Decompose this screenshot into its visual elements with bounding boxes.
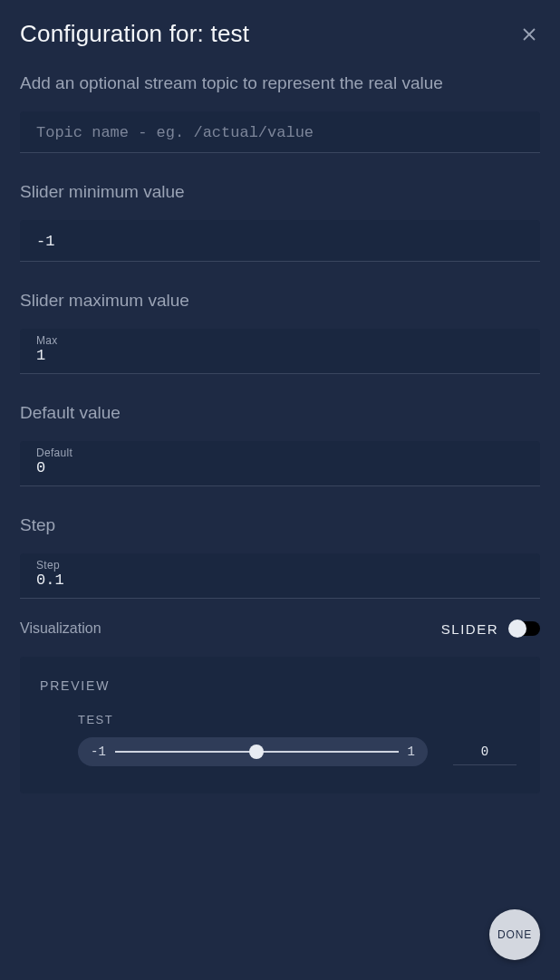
close-button[interactable]: [518, 24, 540, 45]
visualization-row: Visualization SLIDER: [20, 620, 540, 637]
slider-min-display: -1: [91, 745, 106, 759]
slider-max-float-label: Max: [36, 334, 58, 347]
visualization-toggle[interactable]: [509, 621, 540, 636]
default-value-float-label: Default: [36, 447, 72, 459]
dialog-title: Configuration for: test: [20, 20, 249, 48]
slider-track: [115, 751, 399, 753]
slider-max-display: 1: [408, 745, 415, 759]
done-button-label: DONE: [497, 928, 532, 941]
stream-topic-field-wrap: [20, 111, 540, 153]
preview-title: PREVIEW: [40, 678, 520, 693]
configuration-dialog: Configuration for: test Add an optional …: [0, 0, 560, 980]
visualization-label: Visualization: [20, 620, 101, 637]
toggle-thumb: [508, 620, 526, 638]
done-button[interactable]: DONE: [489, 909, 540, 960]
close-icon: [522, 27, 536, 42]
step-label: Step: [20, 515, 540, 535]
slider-thumb[interactable]: [249, 745, 264, 759]
stream-topic-label: Add an optional stream topic to represen…: [20, 73, 540, 93]
preview-item-name: TEST: [78, 713, 520, 726]
slider-min-field-wrap: [20, 220, 540, 262]
default-value-input[interactable]: [20, 457, 540, 485]
default-value-label: Default value: [20, 403, 540, 423]
step-float-label: Step: [36, 559, 60, 572]
preview-slider[interactable]: -1 1: [78, 737, 428, 766]
visualization-controls: SLIDER: [441, 621, 540, 637]
step-input[interactable]: [20, 570, 540, 598]
slider-max-input[interactable]: [20, 345, 540, 373]
default-value-field-wrap: Default: [20, 441, 540, 486]
slider-min-label: Slider minimum value: [20, 182, 540, 202]
slider-max-field-wrap: Max: [20, 329, 540, 374]
preview-controls: -1 1 0: [40, 737, 520, 766]
stream-topic-input[interactable]: [20, 111, 540, 152]
slider-min-input[interactable]: [20, 220, 540, 261]
dialog-header: Configuration for: test: [20, 20, 540, 48]
visualization-mode: SLIDER: [441, 621, 498, 637]
step-field-wrap: Step: [20, 553, 540, 599]
preview-panel: PREVIEW TEST -1 1 0: [20, 657, 540, 793]
slider-max-label: Slider maximum value: [20, 291, 540, 311]
preview-value-readout[interactable]: 0: [453, 739, 517, 765]
